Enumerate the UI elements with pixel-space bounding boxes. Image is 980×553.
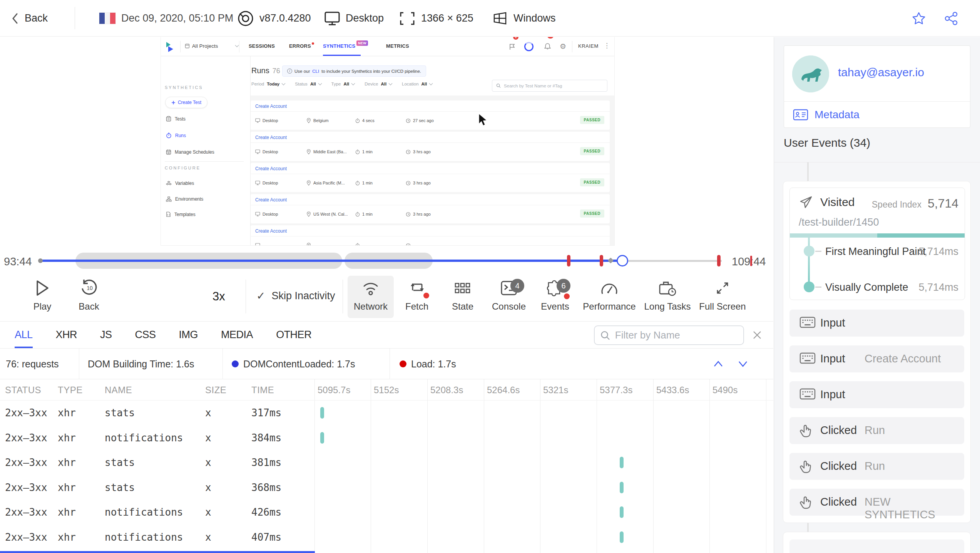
briefcase-clock-icon	[658, 279, 677, 297]
replayed-nav-errors: ERRORS	[289, 37, 313, 55]
request-status: 2xx–3xx	[5, 407, 47, 419]
time-tick-label: 5208.3s	[430, 385, 463, 395]
resource-tab[interactable]: ALL	[15, 322, 33, 348]
fullscreen-button[interactable]: Full Screen	[690, 279, 755, 312]
run-time-ago: 3 hrs ago	[406, 205, 431, 223]
event-marker	[608, 258, 614, 264]
run-title-link: Create Account	[255, 104, 287, 109]
rewind-10-icon: 10	[80, 279, 98, 297]
openreplay-logo	[165, 41, 175, 53]
request-size: x	[205, 506, 211, 518]
run-location	[306, 236, 313, 245]
visited-event-card[interactable]: Visited Speed Index 5,714 /test-builder/…	[789, 188, 965, 300]
info-icon: i	[287, 69, 292, 74]
waterfall-bar	[620, 531, 624, 543]
skip-inactivity-toggle[interactable]: ✓ Skip Inactivity	[256, 290, 335, 302]
clock-icon	[406, 118, 411, 123]
fetch-swap-icon	[408, 279, 426, 297]
replay-screen[interactable]: All Projects SESSIONS ERRORS SYNTHETICSN…	[161, 37, 615, 246]
jump-previous-button[interactable]	[711, 358, 725, 370]
console-panel-button[interactable]: Console 4	[486, 279, 532, 312]
close-panel-button[interactable]	[751, 329, 763, 341]
chevron-down-icon	[282, 81, 286, 85]
back-button[interactable]: Back	[11, 0, 48, 37]
run-card: Create Account Desktop Belgium	[251, 101, 610, 130]
run-time-ago: 27 sec ago	[406, 111, 434, 130]
run-duration: 4 secs	[355, 111, 375, 130]
playhead-handle[interactable]	[617, 255, 628, 266]
resource-tab[interactable]: CSS	[135, 322, 156, 348]
event-type-icon	[799, 317, 816, 328]
events-panel-button[interactable]: Events 6	[532, 279, 578, 312]
run-duration: 1 min	[355, 142, 373, 161]
filter-input[interactable]	[615, 329, 738, 341]
load-time: Load: 1.7s	[400, 349, 456, 379]
resource-tab[interactable]: MEDIA	[221, 322, 253, 348]
resource-tab[interactable]: OTHER	[276, 322, 311, 348]
user-event-item[interactable]: Input	[789, 381, 964, 408]
waterfall-bar	[620, 506, 624, 518]
request-size: x	[205, 407, 211, 419]
divider	[75, 7, 75, 29]
request-row[interactable]: 2xx–3xx xhr notifications x 407ms	[0, 525, 773, 550]
screen-resolution: 1366 × 625	[399, 0, 473, 37]
run-location: Middle East (Ba...	[306, 142, 347, 161]
request-type: xhr	[58, 407, 76, 419]
state-panel-button[interactable]: State	[440, 279, 486, 312]
file-code-icon	[166, 211, 171, 217]
event-target: Run	[865, 460, 885, 473]
total-time: 109:44	[732, 255, 766, 268]
event-connector	[807, 162, 809, 181]
notification-dot	[564, 293, 570, 299]
visually-complete-label: Visually Complete	[825, 282, 908, 293]
performance-panel-button[interactable]: Performance	[577, 279, 642, 312]
request-time: 368ms	[251, 482, 281, 493]
request-name: stats	[105, 482, 135, 493]
request-name: stats	[105, 407, 135, 419]
run-card: Create Account Desktop Middle East (Ba..…	[251, 132, 610, 161]
user-email-link[interactable]: tahay@asayer.io	[838, 66, 924, 79]
back-10-button[interactable]: 10 Back	[74, 279, 104, 312]
chevron-down-icon	[318, 81, 322, 85]
request-row[interactable]: 2xx–3xx xhr notifications x 426ms	[0, 500, 773, 525]
location-pin-icon	[306, 118, 311, 123]
filter-dropdown: Period Today	[251, 82, 285, 86]
cubes-icon	[166, 181, 172, 186]
user-event-item[interactable]: Clicked NEW SYNTHETICS	[789, 489, 964, 516]
play-button[interactable]: Play	[27, 279, 58, 312]
resource-tab[interactable]: IMG	[179, 322, 198, 348]
request-row[interactable]: 2xx–3xx xhr stats x 368ms	[0, 475, 773, 500]
clipboard-icon	[166, 116, 171, 122]
network-panel-button[interactable]: Network	[348, 276, 394, 318]
event-type-icon	[799, 424, 813, 439]
os-name: Windows	[492, 0, 556, 37]
event-target: NEW SYNTHETICS	[865, 496, 964, 521]
event-action: Clicked	[820, 424, 857, 437]
favorite-star-button[interactable]	[911, 0, 926, 37]
location-pin-icon	[306, 243, 311, 245]
filter-dropdown: Type All	[331, 82, 355, 86]
user-event-item[interactable]: Input	[789, 310, 964, 337]
fetch-panel-button[interactable]: Fetch	[394, 279, 440, 312]
resource-tab[interactable]: JS	[100, 322, 112, 348]
event-type-icon	[799, 388, 816, 400]
time-tick-label: 5321s	[543, 385, 568, 395]
share-button[interactable]	[944, 0, 958, 37]
seek-track[interactable]	[38, 250, 727, 272]
user-event-item[interactable]: Clicked Run	[789, 417, 964, 444]
request-row[interactable]: 2xx–3xx xhr stats x 381ms	[0, 450, 773, 475]
run-device: Desktop	[255, 205, 278, 223]
jump-next-button[interactable]	[736, 358, 750, 370]
time-tick-label: 5490s	[712, 385, 738, 395]
user-event-item[interactable]: Input Create Account	[789, 345, 964, 372]
metadata-button[interactable]: Metadata	[793, 109, 860, 121]
request-row[interactable]: 2xx–3xx xhr notifications x 384ms	[0, 426, 773, 451]
resource-tab[interactable]: XHR	[56, 322, 77, 348]
track-start-dot	[38, 258, 43, 263]
run-duration	[355, 236, 362, 245]
speed-toggle[interactable]: 3x	[212, 290, 225, 303]
request-row[interactable]: 2xx–3xx xhr stats x 317ms	[0, 401, 773, 426]
user-event-item[interactable]: Clicked Run	[789, 453, 964, 480]
event-action: Input	[820, 317, 845, 329]
request-type: xhr	[58, 432, 76, 444]
